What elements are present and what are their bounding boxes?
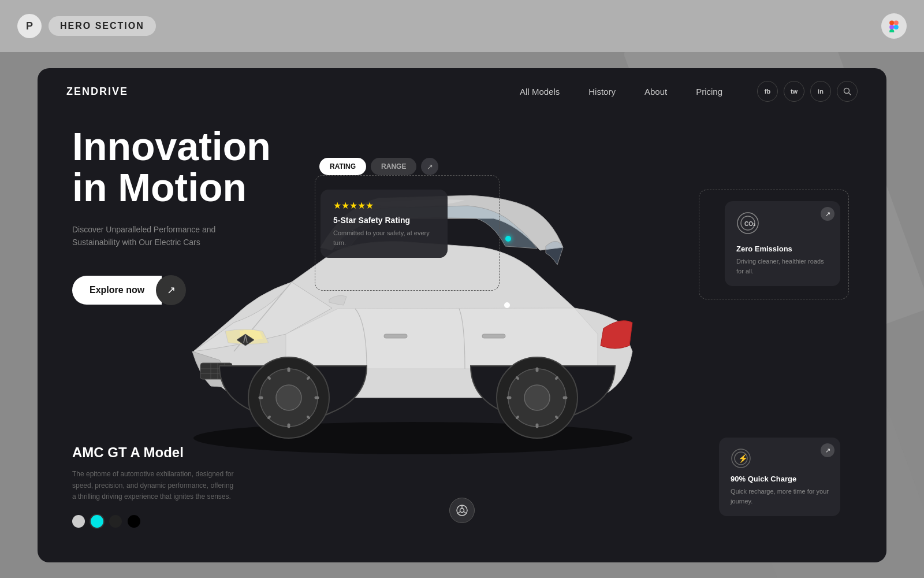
svg-line-41 bbox=[517, 377, 518, 379]
color-dot-dark[interactable] bbox=[109, 515, 122, 528]
svg-text:⚡: ⚡ bbox=[738, 454, 748, 464]
connector-dot-cyan-1 bbox=[505, 236, 511, 242]
svg-line-42 bbox=[556, 417, 557, 418]
svg-point-1 bbox=[894, 20, 899, 25]
top-bar-left: P HERO SECTION bbox=[17, 14, 156, 38]
color-selector bbox=[72, 515, 234, 528]
twitter-icon-btn[interactable]: tw bbox=[784, 81, 804, 102]
lightning-icon: ⚡ bbox=[731, 448, 829, 469]
emissions-title: Zero Emissions bbox=[736, 244, 829, 253]
svg-point-13 bbox=[193, 422, 632, 454]
emissions-desc: Driving cleaner, healthier roads for all… bbox=[736, 257, 829, 276]
svg-text:CO₂: CO₂ bbox=[744, 221, 755, 227]
svg-rect-21 bbox=[384, 334, 407, 338]
search-icon-btn[interactable] bbox=[837, 81, 858, 102]
nav-logo: ZENDRIVE bbox=[66, 86, 128, 98]
main-card: ZENDRIVE All Models History About Pricin… bbox=[38, 68, 886, 562]
svg-point-36 bbox=[524, 385, 550, 410]
color-dot-black[interactable] bbox=[128, 515, 140, 528]
range-tab[interactable]: RANGE bbox=[371, 158, 416, 175]
svg-rect-22 bbox=[482, 334, 505, 338]
co2-icon: CO₂ bbox=[736, 212, 829, 239]
nav-link-pricing[interactable]: Pricing bbox=[696, 87, 722, 97]
rating-title: 5-Star Safety Rating bbox=[333, 216, 435, 225]
charge-title: 90% Quick Charge bbox=[731, 475, 829, 483]
nav-link-about[interactable]: About bbox=[644, 87, 667, 97]
charge-card: ↗ ⚡ 90% Quick Charge Quick recharge, mor… bbox=[719, 438, 840, 516]
emissions-card-arrow-icon[interactable]: ↗ bbox=[821, 207, 834, 221]
linkedin-icon-btn[interactable]: in bbox=[810, 81, 831, 102]
svg-point-25 bbox=[276, 385, 301, 410]
charge-card-arrow-icon[interactable]: ↗ bbox=[821, 443, 834, 457]
svg-point-2 bbox=[889, 25, 894, 29]
rating-card: ★★★★★ 5-Star Safety Rating Committed to … bbox=[321, 190, 448, 258]
charge-desc: Quick recharge, more time for your journ… bbox=[731, 487, 829, 506]
navigation: ZENDRIVE All Models History About Pricin… bbox=[38, 68, 886, 114]
feature-tabs: RATING RANGE ↗ bbox=[319, 158, 438, 175]
star-rating-icon: ★★★★★ bbox=[333, 200, 435, 211]
rating-tab[interactable]: RATING bbox=[319, 158, 366, 175]
nav-link-history[interactable]: History bbox=[588, 87, 616, 97]
color-dot-cyan[interactable] bbox=[91, 515, 103, 528]
svg-line-30 bbox=[269, 377, 270, 379]
svg-point-4 bbox=[889, 29, 894, 33]
svg-line-43 bbox=[517, 417, 518, 418]
svg-line-33 bbox=[308, 377, 309, 379]
connector-dot-white-1 bbox=[504, 302, 510, 308]
svg-line-44 bbox=[556, 377, 557, 379]
top-bar-title: HERO SECTION bbox=[49, 16, 156, 36]
svg-point-3 bbox=[894, 25, 899, 29]
svg-point-46 bbox=[460, 509, 464, 513]
figma-icon[interactable] bbox=[881, 13, 907, 39]
svg-point-0 bbox=[889, 20, 894, 25]
emissions-card: ↗ CO₂ Zero Emissions Driving cleaner, he… bbox=[725, 201, 840, 286]
nav-actions: fb tw in bbox=[757, 81, 858, 102]
svg-line-32 bbox=[269, 417, 270, 418]
top-bar: P HERO SECTION bbox=[0, 0, 924, 52]
tab-arrow-icon[interactable]: ↗ bbox=[421, 158, 438, 175]
nav-links: All Models History About Pricing bbox=[520, 87, 722, 97]
steering-wheel-button[interactable] bbox=[449, 498, 475, 523]
svg-line-6 bbox=[849, 93, 851, 95]
top-bar-logo-icon: P bbox=[17, 14, 42, 38]
rating-desc: Committed to your safety, at every turn. bbox=[333, 228, 435, 247]
svg-line-31 bbox=[308, 417, 309, 418]
facebook-icon-btn[interactable]: fb bbox=[757, 81, 778, 102]
nav-link-all-models[interactable]: All Models bbox=[520, 87, 560, 97]
color-dot-gray[interactable] bbox=[72, 515, 85, 528]
